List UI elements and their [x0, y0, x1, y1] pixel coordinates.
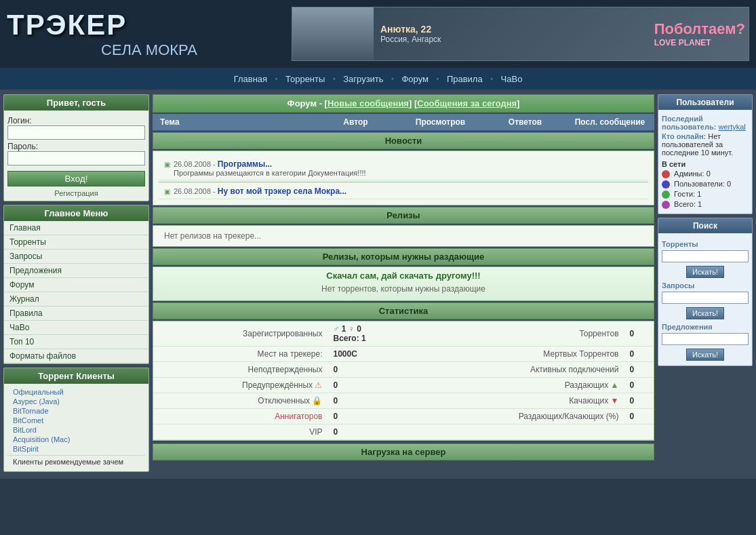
statistics-content: Зарегистрированных ♂ 1 ♀ 0 Всего: 1 Торр…: [153, 321, 654, 441]
total-row: Всего: 1: [662, 200, 749, 209]
no-torrents-text: Нет торрентов, которым нужны раздающие: [157, 281, 650, 297]
dead-torrents-label: Мертвых Торрентов: [411, 346, 624, 362]
col-topic: Тема: [155, 116, 313, 128]
requests-search-button[interactable]: Искать!: [686, 307, 724, 319]
section-news: Новости: [153, 132, 654, 149]
unconfirmed-value: 0: [327, 362, 411, 378]
need-seeders-content: Скачал сам, дай скачать другому!!! Нет т…: [153, 266, 654, 301]
main-menu-title: Главное Меню: [4, 205, 148, 221]
today-messages-link[interactable]: Сообщения за сегодня: [417, 98, 517, 108]
clients-title: Торрент Клиенты: [4, 368, 148, 384]
sidebar-item-torrents[interactable]: Торренты: [4, 235, 148, 250]
requests-search-input[interactable]: [662, 292, 749, 304]
sidebar-item-journal[interactable]: Журнал: [4, 292, 148, 306]
client-azureus[interactable]: Азурес (Java): [7, 397, 145, 406]
user-icon: [662, 180, 670, 189]
sidebar-item-requests[interactable]: Запросы: [4, 250, 148, 264]
client-bittornade[interactable]: BitTornade: [7, 406, 145, 416]
sidebar-item-fileformats[interactable]: Форматы файлов: [4, 349, 148, 363]
topic-programs-desc: Программы размещаются в категории Докуме…: [174, 169, 366, 177]
banner-brand[interactable]: Поболтаем? LOVE PLANET: [651, 17, 749, 51]
sidebar-item-proposals[interactable]: Предложения: [4, 264, 148, 278]
places-label: Мест на трекере:: [153, 346, 327, 362]
search-box: Поиск Торренты Искать! Запросы Искать! П…: [658, 218, 753, 366]
client-bitcomet[interactable]: BitComet: [7, 416, 145, 425]
banner-text: Анютка, 22 Россия, Ангарск: [374, 20, 651, 47]
forum-table-header: Тема Автор Просмотров Ответов Посл. сооб…: [153, 114, 654, 131]
topic-row: ▣ 26.08.2008 - Программы... Программы ра…: [159, 157, 648, 180]
topic-expand-icon[interactable]: ▣: [164, 161, 170, 168]
topic-programs-link[interactable]: Программы...: [218, 159, 272, 169]
stats-row: Отключенных 🔒 0 Качающих ▼ 0: [153, 393, 654, 409]
nav-main[interactable]: Главная: [234, 74, 267, 84]
users-box: Пользователи Последний пользователь: wer…: [658, 94, 753, 214]
sidebar-item-home[interactable]: Главная: [4, 221, 148, 235]
vip-value: 0: [327, 424, 411, 440]
stats-row: Мест на трекере: 1000С Мертвых Торрентов…: [153, 346, 654, 362]
client-acquisition[interactable]: Acquisition (Mac): [7, 435, 145, 444]
sidebar-item-forum[interactable]: Форум: [4, 278, 148, 292]
proposals-search-input[interactable]: [662, 333, 749, 345]
nav-rules[interactable]: Правила: [447, 74, 483, 84]
vip-label: VIP: [153, 424, 327, 440]
login-input[interactable]: [7, 125, 145, 140]
guests-row: Гости: 1: [662, 190, 749, 199]
stats-row: Аннигаторов 0 Раздающих/Качающих (%) 0: [153, 409, 654, 424]
client-bitlord[interactable]: BitLord: [7, 425, 145, 435]
login-box: Привет, гость Логин: Пароль: Вход! Регис…: [3, 94, 149, 201]
last-user-row: Последний пользователь: wertykal: [662, 115, 749, 131]
sidebar-item-faq[interactable]: ЧаВо: [4, 321, 148, 335]
nav-upload[interactable]: Загрузить: [343, 74, 383, 84]
new-messages-link[interactable]: Новые сообщения: [327, 98, 409, 108]
network-label: В сети: [662, 160, 749, 168]
last-user-link[interactable]: wertykal: [718, 123, 745, 131]
ratio-value: 0: [624, 409, 654, 424]
password-label: Пароль:: [7, 142, 145, 151]
torrents-search-input[interactable]: [662, 250, 749, 262]
login-label: Логин:: [7, 116, 145, 125]
search-box-title: Поиск: [658, 218, 752, 233]
torrents-search-button[interactable]: Искать!: [686, 266, 724, 278]
warning-icon: ⚠: [315, 380, 322, 390]
seeders-label: Раздающих ▲: [411, 378, 624, 393]
leechers-value: 0: [624, 393, 654, 409]
topic-tracker-link[interactable]: Ну вот мой трэкер села Мокра...: [218, 186, 346, 196]
seeders-slogan: Скачал сам, дай скачать другому!!!: [157, 271, 650, 281]
torrents-search-label: Торренты: [662, 240, 749, 248]
sidebar-item-rules[interactable]: Правила: [4, 306, 148, 321]
disabled-label: Отключенных 🔒: [153, 393, 327, 409]
requests-search-label: Запросы: [662, 281, 749, 290]
section-server-load: Нагрузка на сервер: [153, 443, 654, 460]
client-bitspirit[interactable]: BitSpirit: [7, 444, 145, 454]
password-input[interactable]: [7, 151, 145, 165]
stats-row: Предупреждённых ⚠ 0 Раздающих ▲ 0: [153, 378, 654, 393]
topic-expand-icon2[interactable]: ▣: [164, 188, 170, 195]
torrents-label: Торрентов: [411, 321, 624, 346]
main-menu-box: Главное Меню Главная Торренты Запросы Пр…: [3, 205, 149, 364]
releases-content: Нет релизов на трекере...: [153, 225, 654, 247]
total-icon: [662, 201, 670, 209]
disabled-value: 0: [327, 393, 411, 409]
proposals-search-button[interactable]: Искать!: [686, 349, 724, 361]
warned-label: Предупреждённых ⚠: [153, 378, 327, 393]
col-views: Просмотров: [398, 116, 483, 128]
registered-value: ♂ 1 ♀ 0 Всего: 1: [327, 321, 411, 346]
nav-forum[interactable]: Форум: [401, 74, 429, 84]
stats-row: Зарегистрированных ♂ 1 ♀ 0 Всего: 1 Торр…: [153, 321, 654, 346]
clients-box: Торрент Клиенты Официальный Азурес (Java…: [3, 368, 149, 472]
female-icon: ♀: [349, 324, 355, 334]
nav-torrents[interactable]: Торренты: [285, 74, 325, 84]
forum-header: Форум - [Новые сообщения] [Сообщения за …: [153, 94, 654, 113]
leech-icon: ▼: [611, 396, 619, 405]
login-button[interactable]: Вход!: [7, 171, 145, 186]
register-link[interactable]: Регистрация: [7, 189, 145, 197]
client-official[interactable]: Официальный: [7, 387, 145, 397]
guest-icon: [662, 191, 670, 199]
leechers-label: Качающих ▼: [411, 393, 624, 409]
sidebar-item-top10[interactable]: Топ 10: [4, 335, 148, 349]
active-label: Активных подключений: [411, 362, 624, 378]
dead-torrents-value: 0: [624, 346, 654, 362]
nav-faq[interactable]: ЧаВо: [501, 74, 523, 84]
online-row: Кто онлайн: Нет пользователей за последн…: [662, 132, 749, 157]
main-nav: Главная • Торренты • Загрузить • Форум •…: [0, 68, 756, 91]
